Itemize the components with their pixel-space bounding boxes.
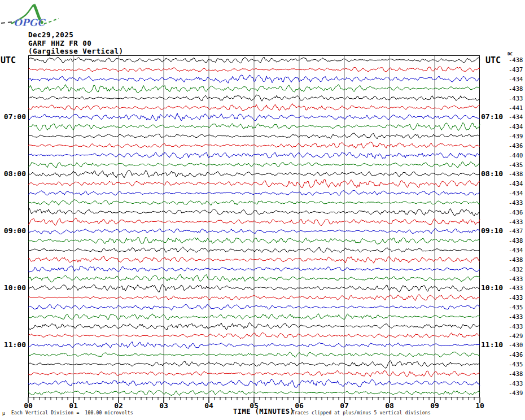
dc-value: -436	[509, 209, 523, 216]
dc-value: -435	[509, 161, 523, 168]
helicorder-page: OPGC Dec29,2025 GARF HHZ FR 00 (Gargiles…	[0, 0, 525, 420]
x-tick-label: 10	[470, 402, 489, 410]
dc-value: -433	[509, 313, 523, 320]
dc-value: -434	[509, 123, 523, 130]
dc-value: -432	[509, 266, 523, 273]
x-tick-label: 09	[425, 402, 444, 410]
dc-value: -435	[509, 304, 523, 310]
right-time-label: 08:10	[481, 170, 503, 178]
dc-value: -434	[509, 180, 523, 187]
dc-value: -438	[509, 370, 523, 377]
dc-value: -433	[509, 294, 523, 301]
x-tick-label: 00	[19, 402, 38, 410]
dc-value: -433	[509, 218, 523, 225]
x-tick-label: 01	[64, 402, 83, 410]
x-tick-label: 07	[335, 402, 354, 410]
clip-note: Traces clipped at plus/minus 5 vertical …	[292, 410, 431, 415]
dc-value: -433	[509, 199, 523, 206]
left-time-label: 09:00	[4, 227, 26, 235]
dc-value: -438	[509, 256, 523, 263]
x-tick-label: 02	[109, 402, 128, 410]
dc-value: -438	[509, 56, 523, 63]
x-axis-title: TIME (MINUTES)	[233, 408, 294, 415]
x-tick-label: 04	[199, 402, 218, 410]
dc-value: -435	[509, 361, 523, 368]
right-time-label: 09:10	[481, 227, 503, 235]
seismogram-plot	[0, 0, 525, 420]
dc-value: -429	[509, 333, 523, 339]
dc-value: -437	[509, 66, 523, 73]
dc-value: -433	[509, 95, 523, 102]
dc-value: -438	[509, 170, 523, 177]
dc-value: -434	[509, 76, 523, 82]
left-time-label: 10:00	[4, 284, 26, 292]
x-tick-label: 08	[380, 402, 399, 410]
dc-value: -434	[509, 113, 523, 120]
dc-value: -434	[509, 190, 523, 196]
left-time-label: 08:00	[4, 170, 26, 178]
dc-value: -439	[509, 390, 523, 396]
left-time-label: 07:00	[4, 113, 26, 121]
right-time-label: 11:10	[481, 341, 503, 349]
dc-value: -438	[509, 237, 523, 244]
dc-value: -433	[509, 323, 523, 330]
right-time-label: 10:10	[481, 284, 503, 292]
microvolt-mark: µ	[2, 411, 5, 416]
x-tick-label: 03	[154, 402, 173, 410]
dc-value: -440	[509, 152, 523, 159]
left-time-label: 11:00	[4, 341, 26, 349]
dc-value: -439	[509, 133, 523, 139]
right-time-label: 07:10	[481, 113, 503, 121]
dc-value: -434	[509, 247, 523, 253]
dc-value: -433	[509, 275, 523, 282]
dc-value: -437	[509, 228, 523, 234]
dc-value: -433	[509, 380, 523, 387]
dc-value: -430	[509, 342, 523, 348]
dc-value: -436	[509, 351, 523, 358]
vertical-division-note: Each Vertical Division = 100.00 microvol…	[11, 410, 133, 415]
dc-value: -433	[509, 285, 523, 291]
dc-value: -441	[509, 104, 523, 111]
dc-value: -436	[509, 142, 523, 149]
dc-value: -438	[509, 85, 523, 92]
